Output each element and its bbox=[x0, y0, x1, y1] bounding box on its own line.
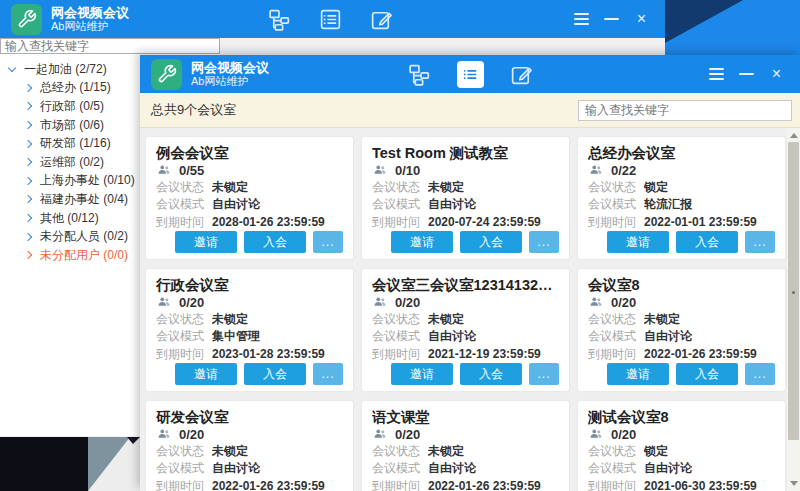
app-title: 网会视频会议 bbox=[51, 5, 129, 21]
more-button[interactable]: ... bbox=[529, 363, 559, 385]
room-list-icon-selected[interactable] bbox=[457, 61, 484, 88]
scrollbar[interactable] bbox=[787, 128, 800, 491]
wrench-app-icon bbox=[11, 4, 42, 35]
tree-item-label: 上海办事处 (0/10) bbox=[40, 172, 135, 189]
scroll-down-arrow[interactable] bbox=[790, 481, 798, 486]
wrench-icon bbox=[17, 9, 37, 29]
status-value: 未锁定 bbox=[428, 311, 464, 328]
mode-row: 会议模式 集中管理 bbox=[156, 328, 343, 345]
edit-compose-icon[interactable] bbox=[368, 6, 395, 33]
room-list-icon[interactable] bbox=[317, 6, 344, 33]
expire-row: 到期时间 2021-06-30 23:59:59 bbox=[588, 478, 775, 491]
occupancy-row: 0/20 bbox=[156, 293, 343, 310]
expire-row: 到期时间 2023-01-28 23:59:59 bbox=[156, 346, 343, 363]
card-buttons: 邀请 入会 ... bbox=[588, 363, 775, 386]
status-value: 锁定 bbox=[644, 443, 668, 460]
join-button[interactable]: 入会 bbox=[244, 363, 306, 385]
more-button[interactable]: ... bbox=[313, 363, 343, 385]
room-search-input[interactable] bbox=[578, 100, 792, 121]
chevron-right-icon[interactable] bbox=[24, 251, 32, 259]
chevron-right-icon[interactable] bbox=[24, 102, 32, 110]
expire-value: 2022-01-26 23:59:59 bbox=[212, 479, 325, 491]
meeting-room-card: 行政会议室 0/20 会议状态 未锁定 会议模式 集中管理 到期时间 2023-… bbox=[146, 269, 353, 391]
app-subtitle: Ab网站维护 bbox=[191, 75, 269, 88]
scrollbar-thumb[interactable] bbox=[788, 142, 799, 440]
chevron-right-icon[interactable] bbox=[24, 121, 32, 129]
invite-button[interactable]: 邀请 bbox=[391, 231, 453, 253]
join-button[interactable]: 入会 bbox=[676, 231, 738, 253]
occupancy-row: 0/20 bbox=[588, 293, 775, 310]
mode-label: 会议模式 bbox=[588, 196, 644, 213]
room-title: 研发会议室 bbox=[156, 407, 343, 425]
expire-label: 到期时间 bbox=[588, 346, 644, 363]
menu-button[interactable] bbox=[709, 67, 724, 82]
tree-item-label: 总经办 (1/15) bbox=[40, 79, 111, 96]
chevron-right-icon[interactable] bbox=[24, 139, 32, 147]
chevron-right-icon[interactable] bbox=[24, 195, 32, 203]
chevron-down-icon[interactable] bbox=[8, 64, 16, 72]
org-chart-icon[interactable] bbox=[406, 61, 433, 88]
close-button[interactable]: × bbox=[769, 67, 784, 82]
more-button[interactable]: ... bbox=[313, 231, 343, 253]
invite-button[interactable]: 邀请 bbox=[175, 363, 237, 385]
status-value: 未锁定 bbox=[212, 311, 248, 328]
join-button[interactable]: 入会 bbox=[460, 231, 522, 253]
tree-item-label: 市场部 (0/6) bbox=[40, 117, 104, 134]
invite-button[interactable]: 邀请 bbox=[607, 231, 669, 253]
mode-value: 自由讨论 bbox=[644, 460, 692, 477]
status-label: 会议状态 bbox=[156, 179, 212, 196]
occupancy-row: 0/22 bbox=[588, 161, 775, 178]
mode-value: 轮流汇报 bbox=[644, 196, 692, 213]
expire-row: 到期时间 2020-07-24 23:59:59 bbox=[372, 214, 559, 231]
chevron-right-icon[interactable] bbox=[24, 214, 32, 222]
invite-button[interactable]: 邀请 bbox=[391, 363, 453, 385]
expire-row: 到期时间 2022-01-26 23:59:59 bbox=[372, 478, 559, 491]
search-input[interactable] bbox=[0, 38, 220, 54]
chevron-right-icon[interactable] bbox=[24, 232, 32, 240]
meeting-room-card: 会议室8 0/20 会议状态 未锁定 会议模式 自由讨论 到期时间 2022-0… bbox=[578, 269, 785, 391]
meeting-room-card: 会议室三会议室123141324141三会... 0/20 会议状态 未锁定 会… bbox=[362, 269, 569, 391]
more-button[interactable]: ... bbox=[745, 363, 775, 385]
join-button[interactable]: 入会 bbox=[460, 363, 522, 385]
tree-item-label: 其他 (0/12) bbox=[40, 210, 99, 227]
status-value: 锁定 bbox=[644, 179, 668, 196]
toolbar-icons bbox=[406, 55, 535, 93]
chevron-right-icon[interactable] bbox=[24, 84, 32, 92]
toolbar-icons bbox=[266, 0, 395, 38]
app-subtitle: Ab网站维护 bbox=[51, 20, 129, 33]
menu-button[interactable] bbox=[574, 12, 589, 27]
status-row: 会议状态 未锁定 bbox=[372, 443, 559, 460]
card-buttons: 邀请 入会 ... bbox=[156, 231, 343, 254]
close-button[interactable]: × bbox=[634, 12, 649, 27]
edit-compose-icon[interactable] bbox=[508, 61, 535, 88]
card-buttons: 邀请 入会 ... bbox=[588, 231, 775, 254]
mode-row: 会议模式 自由讨论 bbox=[156, 460, 343, 477]
mode-label: 会议模式 bbox=[372, 328, 428, 345]
invite-button[interactable]: 邀请 bbox=[175, 231, 237, 253]
org-chart-icon[interactable] bbox=[266, 6, 293, 33]
mode-label: 会议模式 bbox=[588, 328, 644, 345]
invite-button[interactable]: 邀请 bbox=[607, 363, 669, 385]
participants-icon bbox=[156, 427, 172, 441]
join-button[interactable]: 入会 bbox=[676, 363, 738, 385]
room-title: Test Room 测试教室 bbox=[372, 143, 559, 161]
join-button[interactable]: 入会 bbox=[244, 231, 306, 253]
scroll-up-arrow[interactable] bbox=[790, 133, 798, 138]
status-value: 未锁定 bbox=[428, 179, 464, 196]
status-row: 会议状态 未锁定 bbox=[372, 179, 559, 196]
meeting-room-card: 研发会议室 0/20 会议状态 未锁定 会议模式 自由讨论 到期时间 2022-… bbox=[146, 401, 353, 491]
mode-row: 会议模式 自由讨论 bbox=[372, 328, 559, 345]
more-button[interactable]: ... bbox=[529, 231, 559, 253]
tree-item-label: 福建办事处 (0/4) bbox=[40, 191, 128, 208]
mode-value: 自由讨论 bbox=[212, 460, 260, 477]
chevron-right-icon[interactable] bbox=[24, 177, 32, 185]
minimize-button[interactable] bbox=[604, 12, 619, 27]
status-value: 未锁定 bbox=[428, 443, 464, 460]
chevron-right-icon[interactable] bbox=[24, 158, 32, 166]
mode-value: 自由讨论 bbox=[644, 328, 692, 345]
more-button[interactable]: ... bbox=[745, 231, 775, 253]
participant-count: 0/20 bbox=[395, 427, 420, 442]
status-row: 会议状态 锁定 bbox=[588, 179, 775, 196]
minimize-button[interactable] bbox=[739, 67, 754, 82]
room-title: 会议室三会议室123141324141三会... bbox=[372, 275, 559, 293]
